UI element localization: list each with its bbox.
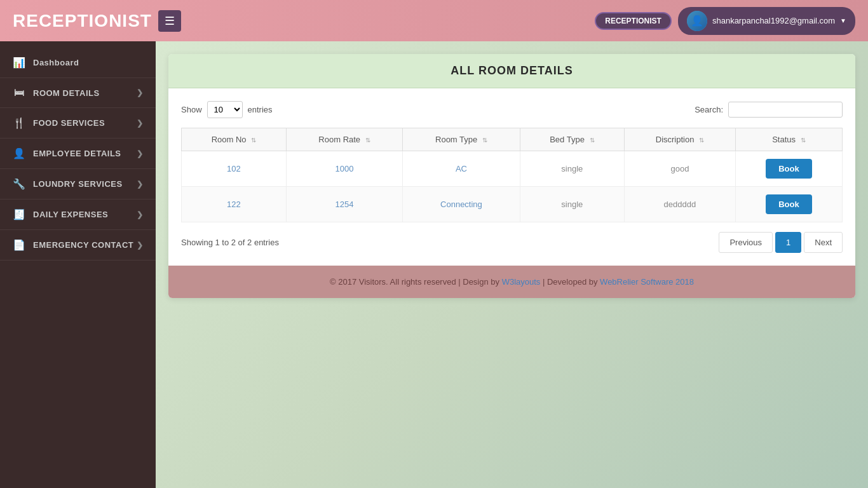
pagination: Previous 1 Next xyxy=(719,232,843,253)
table-row: 102 1000 AC single good Book xyxy=(182,151,843,187)
cell-status: Book xyxy=(735,151,842,187)
book-button-row0[interactable]: Book xyxy=(766,159,812,179)
laundry-services-icon: 🔧 xyxy=(13,178,25,190)
sidebar-item-label: DAILY EXPENSES xyxy=(33,210,108,219)
entries-label: entries xyxy=(248,105,273,114)
sidebar-item-food-services[interactable]: 🍴 FOOD SERVICES ❯ xyxy=(0,108,156,139)
sidebar-item-room-details[interactable]: 🛏 ROOM DETAILS ❯ xyxy=(0,78,156,108)
header: RECEPTIONIST ☰ RECEPTIONIST 👤 shankarpan… xyxy=(0,0,868,41)
sidebar-item-dashboard[interactable]: 📊 Dashboard xyxy=(0,48,156,78)
sidebar-item-label: LOUNDRY SERVICES xyxy=(33,179,123,189)
table-body: 102 1000 AC single good Book 122 1254 xyxy=(182,151,843,222)
col-bed-type: Bed Type ⇅ xyxy=(520,128,624,151)
show-entries-section: Show 10 25 50 100 entries xyxy=(181,101,273,118)
cell-room-rate: 1254 xyxy=(286,187,402,222)
avatar: 👤 xyxy=(687,11,707,31)
user-email: shankarpanchal1992@gmail.com xyxy=(712,16,835,25)
entries-per-page-select[interactable]: 10 25 50 100 xyxy=(207,101,243,118)
dropdown-arrow-icon: ▼ xyxy=(840,17,846,24)
next-button[interactable]: Next xyxy=(804,232,843,253)
sidebar-item-daily-expenses[interactable]: 🧾 DAILY EXPENSES ❯ xyxy=(0,200,156,230)
sort-icon: ⇅ xyxy=(365,137,370,144)
chevron-right-icon: ❯ xyxy=(137,149,144,158)
col-description: Discription ⇅ xyxy=(625,128,736,151)
cell-room-type: AC xyxy=(403,151,520,187)
cell-description: deddddd xyxy=(625,187,736,222)
role-badge: RECEPTIONIST xyxy=(595,12,672,30)
sort-icon: ⇅ xyxy=(482,137,487,144)
cell-room-rate: 1000 xyxy=(286,151,402,187)
table-header-row: Room No ⇅ Room Rate ⇅ Room Type ⇅ xyxy=(182,128,843,151)
chevron-right-icon: ❯ xyxy=(137,88,144,97)
search-section: Search: xyxy=(695,102,843,118)
col-room-type: Room Type ⇅ xyxy=(403,128,520,151)
search-label: Search: xyxy=(695,105,723,114)
footer-text: © 2017 Visitors. All rights reserved | D… xyxy=(330,277,502,287)
sidebar-item-label: Dashboard xyxy=(33,58,79,67)
card-body: Show 10 25 50 100 entries Search: xyxy=(168,88,855,266)
table-header: Room No ⇅ Room Rate ⇅ Room Type ⇅ xyxy=(182,128,843,151)
cell-bed-type: single xyxy=(520,187,624,222)
sort-icon: ⇅ xyxy=(699,137,704,144)
search-input[interactable] xyxy=(728,102,843,118)
emergency-contact-icon: 📄 xyxy=(13,239,25,251)
daily-expenses-icon: 🧾 xyxy=(13,208,25,220)
footer: © 2017 Visitors. All rights reserved | D… xyxy=(168,266,855,298)
header-right: RECEPTIONIST 👤 shankarpanchal1992@gmail.… xyxy=(595,7,855,35)
sidebar-item-label: EMERGENCY CONTACT xyxy=(33,240,133,250)
w3layouts-link[interactable]: W3layouts xyxy=(502,277,541,287)
chevron-right-icon: ❯ xyxy=(137,241,144,250)
webrelier-link[interactable]: WebRelier Software 2018 xyxy=(600,277,694,287)
cell-bed-type: single xyxy=(520,151,624,187)
cell-description: good xyxy=(625,151,736,187)
layout: 📊 Dashboard 🛏 ROOM DETAILS ❯ 🍴 FOOD SERV… xyxy=(0,41,868,488)
datatable-footer: Showing 1 to 2 of 2 entries Previous 1 N… xyxy=(181,232,843,253)
dashboard-icon: 📊 xyxy=(13,57,25,69)
hamburger-button[interactable]: ☰ xyxy=(158,10,181,32)
sort-icon: ⇅ xyxy=(251,137,256,144)
show-label: Show xyxy=(181,105,202,114)
showing-text: Showing 1 to 2 of 2 entries xyxy=(181,238,279,247)
sidebar-item-label: EMPLOYEE DETAILS xyxy=(33,149,121,158)
datatable-controls: Show 10 25 50 100 entries Search: xyxy=(181,101,843,118)
col-status: Status ⇅ xyxy=(735,128,842,151)
main-content: ALL ROOM DETAILS Show 10 25 50 100 entri… xyxy=(156,41,868,488)
book-button-row1[interactable]: Book xyxy=(766,194,812,214)
cell-status: Book xyxy=(735,187,842,222)
sidebar-item-employee-details[interactable]: 👤 EMPLOYEE DETAILS ❯ xyxy=(0,139,156,169)
content-card: ALL ROOM DETAILS Show 10 25 50 100 entri… xyxy=(168,54,855,298)
user-dropdown-button[interactable]: 👤 shankarpanchal1992@gmail.com ▼ xyxy=(678,7,855,35)
sort-icon: ⇅ xyxy=(801,137,806,144)
page-1-button[interactable]: 1 xyxy=(775,232,801,253)
page-title: ALL ROOM DETAILS xyxy=(451,64,573,77)
chevron-right-icon: ❯ xyxy=(137,180,144,189)
brand-section: RECEPTIONIST ☰ xyxy=(0,10,181,32)
room-details-table: Room No ⇅ Room Rate ⇅ Room Type ⇅ xyxy=(181,128,843,222)
previous-button[interactable]: Previous xyxy=(719,232,773,253)
footer-middle-text: | Developed by xyxy=(540,277,600,287)
brand-name: RECEPTIONIST xyxy=(0,11,152,31)
chevron-right-icon: ❯ xyxy=(137,119,144,128)
table-row: 122 1254 Connecting single deddddd Book xyxy=(182,187,843,222)
cell-room-no: 122 xyxy=(182,187,287,222)
cell-room-type: Connecting xyxy=(403,187,520,222)
food-services-icon: 🍴 xyxy=(13,117,25,129)
sidebar-item-label: FOOD SERVICES xyxy=(33,118,105,128)
cell-room-no: 102 xyxy=(182,151,287,187)
card-header: ALL ROOM DETAILS xyxy=(168,54,855,88)
chevron-right-icon: ❯ xyxy=(137,210,144,219)
sidebar-item-laundry-services[interactable]: 🔧 LOUNDRY SERVICES ❯ xyxy=(0,169,156,200)
sidebar-item-emergency-contact[interactable]: 📄 EMERGENCY CONTACT ❯ xyxy=(0,230,156,261)
employee-details-icon: 👤 xyxy=(13,147,25,159)
sidebar-item-label: ROOM DETAILS xyxy=(33,88,100,98)
sidebar: 📊 Dashboard 🛏 ROOM DETAILS ❯ 🍴 FOOD SERV… xyxy=(0,41,156,488)
col-room-rate: Room Rate ⇅ xyxy=(286,128,402,151)
room-details-icon: 🛏 xyxy=(13,87,25,98)
sort-icon: ⇅ xyxy=(590,137,595,144)
col-room-no: Room No ⇅ xyxy=(182,128,287,151)
